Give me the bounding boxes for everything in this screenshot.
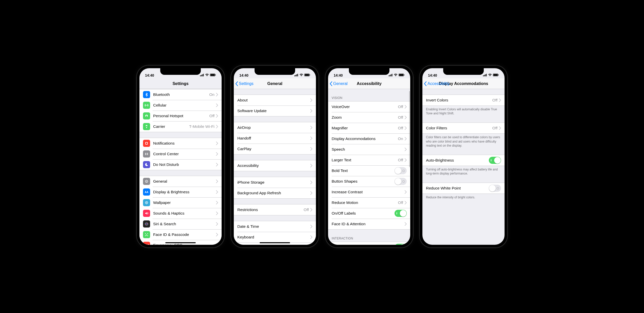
svg-rect-16	[145, 154, 146, 155]
toggle-switch[interactable]	[395, 178, 407, 185]
general-content[interactable]: AboutSoftware UpdateAirDropHandoffCarPla…	[234, 89, 316, 245]
toggle-switch[interactable]	[395, 210, 407, 217]
toggle-switch[interactable]	[395, 244, 407, 245]
footer-white-point: Reduce the intensity of bright colors.	[422, 194, 505, 201]
row-restrictions[interactable]: RestrictionsOff	[234, 204, 316, 215]
toggle-switch[interactable]	[489, 185, 501, 192]
row-value: Off	[209, 114, 214, 118]
status-time: 14:40	[334, 73, 343, 77]
chevron-right-icon	[310, 136, 312, 140]
row-handoff[interactable]: Handoff	[234, 133, 316, 144]
row-button-shapes[interactable]: Button Shapes	[328, 176, 410, 187]
settings-row-sounds[interactable]: Sounds & Haptics	[139, 208, 222, 219]
svg-rect-13	[146, 143, 147, 144]
settings-row-bluetooth[interactable]: BluetoothOn	[139, 89, 222, 100]
row-voiceover[interactable]: VoiceOverOff	[328, 101, 410, 112]
notch	[255, 68, 295, 75]
row-background-app-refresh[interactable]: Background App Refresh	[234, 188, 316, 198]
row-bold-text[interactable]: Bold Text	[328, 165, 410, 176]
row-value: Off	[304, 207, 309, 212]
settings-content[interactable]: BluetoothOnCellularPersonal HotspotOffCa…	[139, 89, 222, 245]
row-accessibility[interactable]: Accessibility	[234, 160, 316, 171]
row-value: On	[209, 92, 214, 97]
back-button[interactable]: Accessibility	[423, 81, 450, 86]
settings-row-notifications[interactable]: Notifications	[139, 138, 222, 149]
row-value: Off	[398, 115, 403, 120]
row-value: Off	[398, 105, 403, 109]
row-carplay[interactable]: CarPlay	[234, 144, 316, 154]
row-zoom[interactable]: ZoomOff	[328, 112, 410, 123]
chevron-right-icon	[310, 98, 312, 102]
accessibility-content[interactable]: VISION VoiceOverOffZoomOffMagnifierOffDi…	[328, 89, 410, 245]
row-label: VoiceOver	[332, 105, 398, 109]
row-about[interactable]: About	[234, 95, 316, 106]
back-button[interactable]: General	[329, 81, 348, 86]
row-date-time[interactable]: Date & Time	[234, 221, 316, 232]
chevron-right-icon	[216, 222, 218, 226]
row-label: Display & Brightness	[153, 190, 216, 194]
row-label: Face ID & Passcode	[153, 232, 216, 237]
row-on-off-labels[interactable]: On/Off Labels	[328, 208, 410, 219]
notch	[443, 68, 484, 75]
svg-rect-0	[200, 75, 201, 76]
row-value: Off	[398, 126, 403, 130]
settings-row-display[interactable]: AADisplay & Brightness	[139, 187, 222, 197]
row-label: General	[153, 179, 216, 184]
chevron-right-icon	[216, 201, 218, 204]
toggle-switch[interactable]	[489, 157, 501, 164]
row-reachability[interactable]: Reachability	[328, 242, 410, 245]
chevron-right-icon	[405, 126, 407, 130]
home-indicator[interactable]	[165, 242, 196, 243]
row-keyboard[interactable]: Keyboard	[234, 232, 316, 242]
settings-row-faceid[interactable]: Face ID & Passcode	[139, 229, 222, 240]
group-header-interaction: INTERACTION	[328, 235, 410, 242]
general-icon	[143, 178, 150, 185]
settings-row-wallpaper[interactable]: Wallpaper	[139, 197, 222, 208]
svg-rect-27	[294, 75, 295, 76]
status-icons	[483, 73, 499, 77]
settings-row-dnd[interactable]: Do Not Disturb	[139, 159, 222, 170]
row-label: Face ID & Attention	[332, 222, 405, 226]
home-indicator[interactable]	[260, 242, 290, 243]
row-larger-text[interactable]: Larger TextOff	[328, 155, 410, 165]
row-speech[interactable]: Speech	[328, 144, 410, 155]
row-magnifier[interactable]: MagnifierOff	[328, 123, 410, 133]
row-color-filters[interactable]: Color FiltersOff	[422, 123, 505, 133]
row-label: AirDrop	[237, 125, 310, 130]
row-increase-contrast[interactable]: Increase Contrast	[328, 187, 410, 197]
battery-icon	[304, 73, 310, 77]
phone-accessibility: 14:40 General Accessibility VISION Voice…	[325, 65, 413, 248]
nav-title: General	[267, 81, 282, 86]
settings-row-siri[interactable]: Siri & Search	[139, 219, 222, 229]
back-button[interactable]: Settings	[235, 81, 254, 86]
row-label: Software Update	[237, 109, 310, 113]
row-iphone-storage[interactable]: iPhone Storage	[234, 177, 316, 188]
status-time: 14:40	[145, 73, 154, 77]
settings-row-carrier[interactable]: CarrierT-Mobile Wi-Fi	[139, 121, 222, 132]
row-reduce-white-point[interactable]: Reduce White Point	[422, 183, 505, 194]
row-value: Off	[398, 200, 403, 205]
status-icons	[389, 73, 405, 77]
row-display-accommodations[interactable]: Display AccommodationsOn	[328, 133, 410, 144]
row-invert-colors[interactable]: Invert ColorsOff	[422, 95, 505, 106]
display-accom-content[interactable]: Invert ColorsOffEnabling Invert Colors w…	[422, 89, 505, 245]
status-time: 14:40	[239, 73, 248, 77]
row-reduce-motion[interactable]: Reduce MotionOff	[328, 197, 410, 208]
row-value: On	[398, 136, 403, 141]
row-label: Bold Text	[332, 168, 395, 173]
row-airdrop[interactable]: AirDrop	[234, 122, 316, 133]
row-label: Speech	[332, 147, 405, 152]
settings-row-hotspot[interactable]: Personal HotspotOff	[139, 111, 222, 121]
settings-row-control-center[interactable]: Control Center	[139, 149, 222, 159]
row-software-update[interactable]: Software Update	[234, 106, 316, 116]
row-auto-brightness[interactable]: Auto-Brightness	[422, 155, 505, 166]
scrollbar-indicator	[409, 91, 410, 167]
row-label: Handoff	[237, 136, 310, 141]
back-label: Settings	[239, 81, 254, 86]
toggle-switch[interactable]	[395, 167, 407, 174]
svg-rect-44	[486, 74, 487, 76]
svg-rect-11	[146, 127, 147, 128]
settings-row-general[interactable]: General	[139, 176, 222, 187]
settings-row-cellular[interactable]: Cellular	[139, 100, 222, 111]
row-face-id-attention[interactable]: Face ID & Attention	[328, 219, 410, 229]
